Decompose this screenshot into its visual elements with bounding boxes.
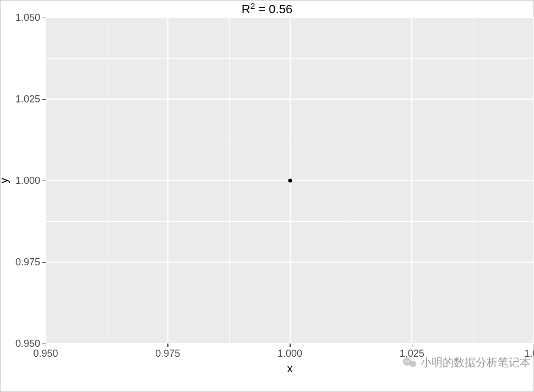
y-axis-title: y <box>0 178 10 183</box>
chart-container: R2 = 0.56 0.9500.9751.0001.0251.050 0.95… <box>0 0 534 392</box>
grid-minor-v <box>229 18 230 344</box>
grid-minor-v <box>351 18 351 344</box>
watermark: 小明的数据分析笔记本 <box>403 355 531 370</box>
x-tick-mark <box>167 344 168 347</box>
grid-major-h <box>46 262 534 263</box>
y-tick-mark <box>42 18 46 19</box>
grid-minor-h <box>46 58 534 59</box>
grid-minor-h <box>46 303 534 303</box>
data-point <box>288 179 292 183</box>
grid-minor-v <box>473 18 473 344</box>
y-tick-label: 0.975 <box>15 257 40 268</box>
y-tick-mark <box>42 181 46 182</box>
y-tick-mark <box>42 99 46 100</box>
x-tick-label: 0.950 <box>33 348 58 360</box>
wechat-icon <box>403 357 417 369</box>
x-axis-title: x <box>287 362 293 375</box>
grid-major-h <box>46 99 534 100</box>
y-tick-label: 1.050 <box>15 12 40 24</box>
y-tick-mark <box>42 262 46 263</box>
x-tick-mark <box>412 344 413 347</box>
grid-minor-v <box>107 18 107 344</box>
grid-minor-h <box>46 140 534 140</box>
x-tick-mark <box>46 344 47 347</box>
y-tick-label: 1.000 <box>15 175 40 187</box>
x-tick-label: 0.975 <box>155 348 180 360</box>
grid-major-h <box>46 17 534 18</box>
grid-minor-h <box>46 221 534 222</box>
y-tick-label: 1.025 <box>15 94 40 105</box>
x-tick-mark <box>290 344 291 347</box>
watermark-text: 小明的数据分析笔记本 <box>421 355 531 370</box>
x-tick-label: 1.000 <box>277 348 302 360</box>
chart-title: R2 = 0.56 <box>0 1 534 17</box>
